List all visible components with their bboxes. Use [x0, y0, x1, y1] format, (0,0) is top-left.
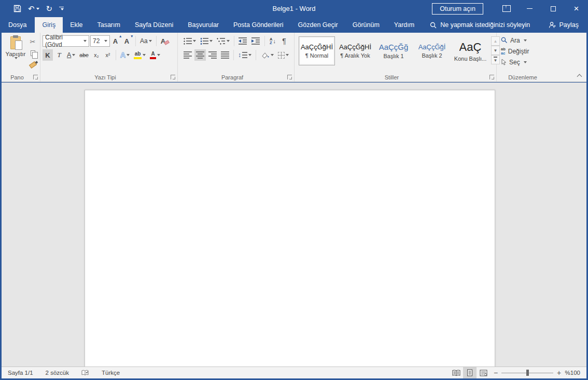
increase-indent-icon — [251, 37, 260, 45]
select-button[interactable]: Seç — [499, 57, 547, 67]
zoom-slider-thumb[interactable] — [526, 370, 529, 376]
show-paragraph-marks-button[interactable]: ¶ — [279, 35, 289, 47]
tab-posta-gonderileri[interactable]: Posta Gönderileri — [226, 17, 291, 33]
zoom-in-button[interactable]: + — [553, 369, 565, 377]
title-bar: ↶ ↻ Belge1 - Word Oturum açın × — [0, 0, 588, 17]
zoom-out-button[interactable]: − — [490, 369, 501, 377]
numbering-button[interactable] — [199, 35, 214, 47]
align-center-button[interactable] — [194, 49, 206, 61]
tell-me-search[interactable]: Ne yapmak istediğinizi söyleyin — [430, 17, 530, 33]
italic-button[interactable]: T — [54, 49, 64, 61]
subscript-button[interactable]: x₂ — [91, 49, 102, 61]
copy-button[interactable] — [27, 48, 38, 58]
tab-gorunum[interactable]: Görünüm — [345, 17, 387, 33]
close-button[interactable]: × — [565, 0, 588, 17]
read-mode-button[interactable] — [450, 367, 463, 378]
bullets-button[interactable] — [182, 35, 198, 47]
proofing-status[interactable] — [75, 370, 95, 376]
ribbon-tab-bar: Dosya Giriş Ekle Tasarım Sayfa Düzeni Ba… — [0, 17, 588, 33]
font-size-combobox[interactable]: 72 — [90, 35, 110, 47]
borders-button[interactable] — [276, 49, 290, 61]
grow-font-button[interactable]: A — [111, 35, 121, 47]
search-icon — [430, 22, 437, 29]
shading-button[interactable] — [259, 49, 275, 61]
tab-ekle[interactable]: Ekle — [63, 17, 90, 33]
language-indicator[interactable]: Türkçe — [95, 370, 126, 376]
underline-button[interactable]: A — [65, 49, 77, 61]
share-label: Paylaş — [559, 21, 579, 29]
redo-button[interactable]: ↻ — [46, 5, 53, 12]
font-name-combobox[interactable]: Calibri (Gövd — [43, 35, 89, 47]
document-area[interactable] — [2, 83, 586, 367]
shrink-font-button[interactable]: A — [122, 35, 133, 47]
document-page[interactable] — [85, 90, 495, 367]
sign-in-button[interactable]: Oturum açın — [432, 3, 483, 15]
paragraph-dialog-launcher[interactable] — [287, 75, 292, 79]
sort-button[interactable]: AZ↓ — [268, 35, 278, 47]
tab-dosya[interactable]: Dosya — [0, 17, 35, 33]
cut-button[interactable]: ✂ — [27, 37, 38, 47]
increase-indent-button[interactable] — [250, 35, 262, 47]
read-mode-icon — [452, 370, 460, 376]
styles-dialog-launcher[interactable] — [489, 75, 494, 79]
zoom-slider[interactable] — [501, 367, 553, 378]
find-button[interactable]: Ara — [499, 35, 547, 45]
tab-yardim[interactable]: Yardım — [387, 17, 422, 33]
text-effects-icon: A — [120, 51, 125, 59]
tab-basvurular[interactable]: Başvurular — [180, 17, 226, 33]
tab-giris[interactable]: Giriş — [35, 17, 63, 33]
paste-clipboard-icon — [10, 36, 21, 49]
font-dialog-launcher[interactable] — [171, 75, 175, 79]
ribbon-display-options-button[interactable] — [495, 0, 518, 17]
multilevel-list-button[interactable] — [215, 35, 231, 47]
line-spacing-button[interactable]: ↕ — [236, 49, 253, 61]
undo-button[interactable]: ↶ — [28, 5, 39, 12]
tab-sayfa-duzeni[interactable]: Sayfa Düzeni — [128, 17, 180, 33]
status-bar: Sayfa 1/1 2 sözcük Türkçe − + %100 — [2, 367, 586, 378]
format-painter-button[interactable] — [27, 60, 38, 70]
zoom-percentage[interactable]: %100 — [565, 370, 586, 376]
print-layout-button[interactable] — [463, 367, 477, 378]
clear-formatting-button[interactable]: A — [159, 35, 171, 47]
person-icon — [549, 21, 556, 29]
superscript-button[interactable]: x² — [103, 49, 113, 61]
change-case-button[interactable]: Aa — [138, 35, 153, 47]
style-no-spacing[interactable]: AaÇçĞğHİ ¶ Aralık Yok — [337, 36, 373, 65]
replace-button[interactable]: abac Değiştir — [499, 46, 547, 56]
tab-tasarim[interactable]: Tasarım — [90, 17, 127, 33]
decrease-indent-button[interactable] — [237, 35, 249, 47]
share-button[interactable]: Paylaş — [549, 17, 579, 33]
style-title[interactable]: AaÇ Konu Başlı... — [452, 36, 488, 65]
brush-icon — [29, 61, 36, 68]
bold-button[interactable]: K — [43, 49, 53, 61]
word-count[interactable]: 2 sözcük — [39, 370, 75, 376]
tab-gozden-gecir[interactable]: Gözden Geçir — [291, 17, 345, 33]
customize-qat-button[interactable] — [59, 7, 64, 11]
justify-button[interactable] — [219, 49, 231, 61]
collapse-ribbon-button[interactable] — [577, 74, 581, 78]
group-label-styles: Stiller — [295, 74, 489, 80]
page-indicator[interactable]: Sayfa 1/1 — [2, 370, 39, 376]
align-left-button[interactable] — [182, 49, 193, 61]
align-right-button[interactable] — [207, 49, 218, 61]
numbered-list-icon — [200, 37, 208, 45]
highlight-color-button[interactable]: ab — [132, 49, 147, 61]
style-heading-2[interactable]: AaÇçĞğİ Başlık 2 — [414, 36, 450, 65]
save-icon[interactable] — [13, 5, 21, 12]
strikethrough-button[interactable]: abe — [78, 49, 90, 61]
style-normal[interactable]: AaÇçĞğHİ ¶ Normal — [299, 36, 335, 65]
paste-button[interactable]: Yapıştır — [4, 35, 27, 73]
group-styles: AaÇçĞğHİ ¶ Normal AaÇçĞğHİ ¶ Aralık Yok … — [295, 33, 497, 82]
style-heading-1[interactable]: AaÇçĞğ Başlık 1 — [375, 36, 412, 65]
text-effects-button[interactable]: A — [119, 49, 131, 61]
web-layout-button[interactable] — [477, 367, 490, 378]
proofing-book-icon — [81, 370, 89, 376]
font-color-button[interactable]: A — [148, 49, 162, 61]
paste-dropdown-caret[interactable] — [15, 57, 18, 59]
minimize-button[interactable] — [518, 0, 541, 17]
undo-dropdown-caret[interactable] — [36, 8, 39, 10]
maximize-button[interactable] — [541, 0, 565, 17]
clipboard-dialog-launcher[interactable] — [33, 75, 38, 79]
sort-icon: AZ↓ — [270, 37, 276, 45]
align-center-icon — [196, 51, 204, 59]
